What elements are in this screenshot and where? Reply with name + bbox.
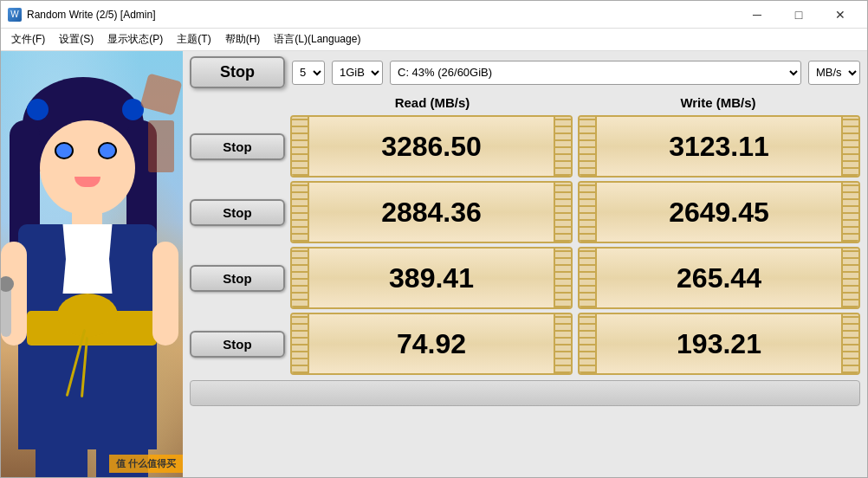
stop-button-3[interactable]: Stop (190, 331, 285, 358)
queue-select[interactable]: 5 (292, 61, 325, 85)
stop-button-main[interactable]: Stop (190, 56, 285, 88)
read-value-3: 74.92 (290, 313, 573, 375)
anime-panel: 值 什么值得买 (1, 51, 183, 477)
anime-background: 值 什么值得买 (1, 51, 183, 477)
minimize-button[interactable]: ─ (737, 3, 777, 27)
window-controls: ─ □ ✕ (737, 3, 860, 27)
write-value-2: 265.44 (578, 247, 860, 309)
menu-display[interactable]: 显示状态(P) (100, 30, 170, 48)
close-button[interactable]: ✕ (820, 3, 860, 27)
stop-button-1[interactable]: Stop (190, 199, 285, 226)
read-value-0: 3286.50 (290, 115, 573, 178)
header-read: Read (MB/s) (292, 94, 573, 112)
menu-settings[interactable]: 设置(S) (52, 30, 100, 48)
header-write: Write (MB/s) (578, 94, 858, 112)
menu-bar: 文件(F) 设置(S) 显示状态(P) 主题(T) 帮助(H) 语言(L)(La… (1, 29, 867, 51)
drive-select[interactable]: C: 43% (26/60GiB) (390, 61, 801, 85)
window-title: Random Write (2/5) [Admin] (27, 9, 156, 21)
stop-button-0[interactable]: Stop (190, 133, 285, 160)
benchmark-panel: Stop 5 1GiB C: 43% (26/60GiB) MB/s Read … (183, 51, 867, 477)
title-bar: W Random Write (2/5) [Admin] ─ □ ✕ (1, 1, 867, 29)
menu-file[interactable]: 文件(F) (4, 30, 52, 48)
status-bar (190, 380, 860, 406)
menu-help[interactable]: 帮助(H) (218, 30, 268, 48)
toolbar-row: Stop 5 1GiB C: 43% (26/60GiB) MB/s (190, 56, 860, 88)
content-area: 值 什么值得买 Stop 5 1GiB C: 43% (26/60GiB) MB… (1, 51, 867, 477)
menu-theme[interactable]: 主题(T) (170, 30, 217, 48)
stop-button-2[interactable]: Stop (190, 265, 285, 292)
header-row: Read (MB/s) Write (MB/s) (190, 94, 860, 112)
read-value-2: 389.41 (290, 247, 573, 309)
header-spacer (191, 94, 287, 112)
data-row-3: Stop 74.92 193.21 (190, 313, 860, 375)
menu-language[interactable]: 语言(L)(Language) (267, 30, 367, 48)
unit-select[interactable]: MB/s (808, 61, 860, 85)
watermark: 值 什么值得买 (109, 455, 183, 473)
title-bar-left: W Random Write (2/5) [Admin] (8, 8, 156, 22)
write-value-3: 193.21 (578, 313, 860, 375)
main-window: W Random Write (2/5) [Admin] ─ □ ✕ 文件(F)… (0, 0, 868, 478)
data-row-2: Stop 389.41 265.44 (190, 247, 860, 309)
size-select[interactable]: 1GiB (332, 61, 383, 85)
write-value-0: 3123.11 (578, 115, 860, 178)
app-icon: W (8, 8, 22, 22)
maximize-button[interactable]: □ (779, 3, 819, 27)
write-value-1: 2649.45 (578, 181, 860, 243)
data-row-1: Stop 2884.36 2649.45 (190, 181, 860, 243)
read-value-1: 2884.36 (290, 181, 573, 243)
data-row-0: Stop 3286.50 3123.11 (190, 115, 860, 178)
